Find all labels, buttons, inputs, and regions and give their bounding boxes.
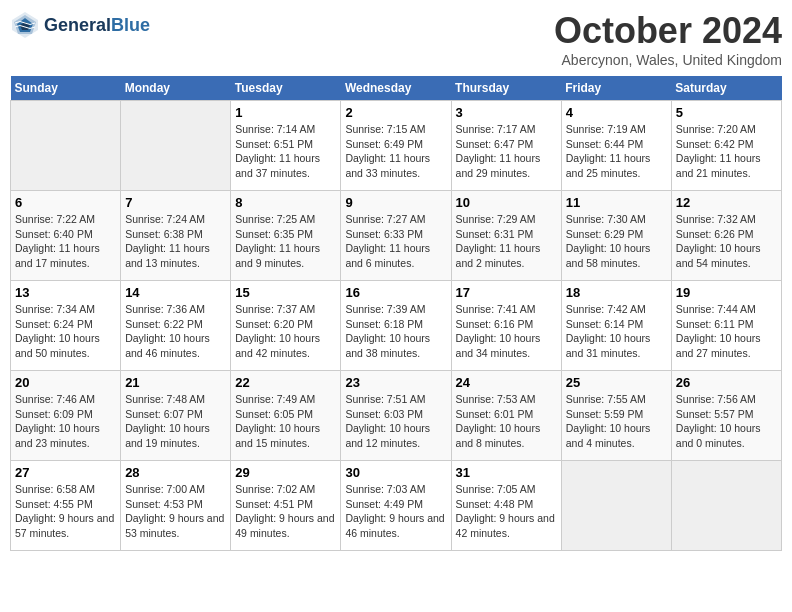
calendar-cell: 12Sunrise: 7:32 AM Sunset: 6:26 PM Dayli… [671, 191, 781, 281]
calendar-cell: 15Sunrise: 7:37 AM Sunset: 6:20 PM Dayli… [231, 281, 341, 371]
calendar-cell: 8Sunrise: 7:25 AM Sunset: 6:35 PM Daylig… [231, 191, 341, 281]
day-number: 16 [345, 285, 446, 300]
calendar-cell: 18Sunrise: 7:42 AM Sunset: 6:14 PM Dayli… [561, 281, 671, 371]
calendar-cell: 4Sunrise: 7:19 AM Sunset: 6:44 PM Daylig… [561, 101, 671, 191]
day-number: 19 [676, 285, 777, 300]
location: Abercynon, Wales, United Kingdom [554, 52, 782, 68]
calendar-cell: 9Sunrise: 7:27 AM Sunset: 6:33 PM Daylig… [341, 191, 451, 281]
day-info: Sunrise: 7:53 AM Sunset: 6:01 PM Dayligh… [456, 392, 557, 451]
calendar-cell [561, 461, 671, 551]
day-info: Sunrise: 7:20 AM Sunset: 6:42 PM Dayligh… [676, 122, 777, 181]
day-info: Sunrise: 7:56 AM Sunset: 5:57 PM Dayligh… [676, 392, 777, 451]
day-info: Sunrise: 7:22 AM Sunset: 6:40 PM Dayligh… [15, 212, 116, 271]
logo-icon [10, 10, 40, 40]
week-row-4: 20Sunrise: 7:46 AM Sunset: 6:09 PM Dayli… [11, 371, 782, 461]
day-header-saturday: Saturday [671, 76, 781, 101]
day-number: 20 [15, 375, 116, 390]
day-number: 3 [456, 105, 557, 120]
calendar-cell: 7Sunrise: 7:24 AM Sunset: 6:38 PM Daylig… [121, 191, 231, 281]
day-info: Sunrise: 7:00 AM Sunset: 4:53 PM Dayligh… [125, 482, 226, 541]
calendar-cell: 25Sunrise: 7:55 AM Sunset: 5:59 PM Dayli… [561, 371, 671, 461]
day-info: Sunrise: 7:44 AM Sunset: 6:11 PM Dayligh… [676, 302, 777, 361]
day-info: Sunrise: 7:41 AM Sunset: 6:16 PM Dayligh… [456, 302, 557, 361]
calendar-cell: 5Sunrise: 7:20 AM Sunset: 6:42 PM Daylig… [671, 101, 781, 191]
calendar-cell: 22Sunrise: 7:49 AM Sunset: 6:05 PM Dayli… [231, 371, 341, 461]
calendar-cell: 19Sunrise: 7:44 AM Sunset: 6:11 PM Dayli… [671, 281, 781, 371]
day-info: Sunrise: 7:51 AM Sunset: 6:03 PM Dayligh… [345, 392, 446, 451]
calendar-cell: 14Sunrise: 7:36 AM Sunset: 6:22 PM Dayli… [121, 281, 231, 371]
day-info: Sunrise: 6:58 AM Sunset: 4:55 PM Dayligh… [15, 482, 116, 541]
day-info: Sunrise: 7:48 AM Sunset: 6:07 PM Dayligh… [125, 392, 226, 451]
calendar-cell: 26Sunrise: 7:56 AM Sunset: 5:57 PM Dayli… [671, 371, 781, 461]
calendar-cell: 13Sunrise: 7:34 AM Sunset: 6:24 PM Dayli… [11, 281, 121, 371]
calendar-cell: 28Sunrise: 7:00 AM Sunset: 4:53 PM Dayli… [121, 461, 231, 551]
day-info: Sunrise: 7:15 AM Sunset: 6:49 PM Dayligh… [345, 122, 446, 181]
calendar-cell: 10Sunrise: 7:29 AM Sunset: 6:31 PM Dayli… [451, 191, 561, 281]
day-info: Sunrise: 7:34 AM Sunset: 6:24 PM Dayligh… [15, 302, 116, 361]
calendar-cell: 24Sunrise: 7:53 AM Sunset: 6:01 PM Dayli… [451, 371, 561, 461]
day-number: 7 [125, 195, 226, 210]
day-info: Sunrise: 7:46 AM Sunset: 6:09 PM Dayligh… [15, 392, 116, 451]
day-number: 17 [456, 285, 557, 300]
day-header-tuesday: Tuesday [231, 76, 341, 101]
day-header-friday: Friday [561, 76, 671, 101]
day-number: 30 [345, 465, 446, 480]
day-number: 22 [235, 375, 336, 390]
day-number: 6 [15, 195, 116, 210]
day-number: 21 [125, 375, 226, 390]
day-info: Sunrise: 7:27 AM Sunset: 6:33 PM Dayligh… [345, 212, 446, 271]
day-info: Sunrise: 7:32 AM Sunset: 6:26 PM Dayligh… [676, 212, 777, 271]
day-info: Sunrise: 7:29 AM Sunset: 6:31 PM Dayligh… [456, 212, 557, 271]
day-number: 10 [456, 195, 557, 210]
day-number: 4 [566, 105, 667, 120]
day-number: 27 [15, 465, 116, 480]
logo-blue: Blue [111, 15, 150, 36]
calendar-cell: 23Sunrise: 7:51 AM Sunset: 6:03 PM Dayli… [341, 371, 451, 461]
day-info: Sunrise: 7:30 AM Sunset: 6:29 PM Dayligh… [566, 212, 667, 271]
day-info: Sunrise: 7:17 AM Sunset: 6:47 PM Dayligh… [456, 122, 557, 181]
day-number: 8 [235, 195, 336, 210]
day-header-wednesday: Wednesday [341, 76, 451, 101]
logo-general: General [44, 15, 111, 36]
day-number: 14 [125, 285, 226, 300]
week-row-2: 6Sunrise: 7:22 AM Sunset: 6:40 PM Daylig… [11, 191, 782, 281]
day-number: 13 [15, 285, 116, 300]
day-info: Sunrise: 7:14 AM Sunset: 6:51 PM Dayligh… [235, 122, 336, 181]
calendar-cell: 2Sunrise: 7:15 AM Sunset: 6:49 PM Daylig… [341, 101, 451, 191]
calendar-cell [671, 461, 781, 551]
day-number: 2 [345, 105, 446, 120]
day-number: 1 [235, 105, 336, 120]
month-title: October 2024 [554, 10, 782, 52]
calendar-cell: 6Sunrise: 7:22 AM Sunset: 6:40 PM Daylig… [11, 191, 121, 281]
calendar-cell [121, 101, 231, 191]
day-info: Sunrise: 7:19 AM Sunset: 6:44 PM Dayligh… [566, 122, 667, 181]
calendar-cell: 17Sunrise: 7:41 AM Sunset: 6:16 PM Dayli… [451, 281, 561, 371]
day-info: Sunrise: 7:25 AM Sunset: 6:35 PM Dayligh… [235, 212, 336, 271]
page-header: General Blue October 2024 Abercynon, Wal… [10, 10, 782, 68]
day-info: Sunrise: 7:39 AM Sunset: 6:18 PM Dayligh… [345, 302, 446, 361]
week-row-3: 13Sunrise: 7:34 AM Sunset: 6:24 PM Dayli… [11, 281, 782, 371]
day-number: 31 [456, 465, 557, 480]
day-number: 12 [676, 195, 777, 210]
calendar-cell [11, 101, 121, 191]
logo: General Blue [10, 10, 150, 40]
calendar-cell: 1Sunrise: 7:14 AM Sunset: 6:51 PM Daylig… [231, 101, 341, 191]
calendar-cell: 31Sunrise: 7:05 AM Sunset: 4:48 PM Dayli… [451, 461, 561, 551]
day-number: 28 [125, 465, 226, 480]
calendar-cell: 27Sunrise: 6:58 AM Sunset: 4:55 PM Dayli… [11, 461, 121, 551]
day-number: 26 [676, 375, 777, 390]
day-info: Sunrise: 7:24 AM Sunset: 6:38 PM Dayligh… [125, 212, 226, 271]
day-number: 11 [566, 195, 667, 210]
calendar-cell: 29Sunrise: 7:02 AM Sunset: 4:51 PM Dayli… [231, 461, 341, 551]
calendar-cell: 11Sunrise: 7:30 AM Sunset: 6:29 PM Dayli… [561, 191, 671, 281]
day-header-thursday: Thursday [451, 76, 561, 101]
day-number: 9 [345, 195, 446, 210]
day-info: Sunrise: 7:49 AM Sunset: 6:05 PM Dayligh… [235, 392, 336, 451]
title-area: October 2024 Abercynon, Wales, United Ki… [554, 10, 782, 68]
day-header-sunday: Sunday [11, 76, 121, 101]
day-info: Sunrise: 7:05 AM Sunset: 4:48 PM Dayligh… [456, 482, 557, 541]
week-row-5: 27Sunrise: 6:58 AM Sunset: 4:55 PM Dayli… [11, 461, 782, 551]
day-header-monday: Monday [121, 76, 231, 101]
calendar-cell: 16Sunrise: 7:39 AM Sunset: 6:18 PM Dayli… [341, 281, 451, 371]
days-header-row: SundayMondayTuesdayWednesdayThursdayFrid… [11, 76, 782, 101]
